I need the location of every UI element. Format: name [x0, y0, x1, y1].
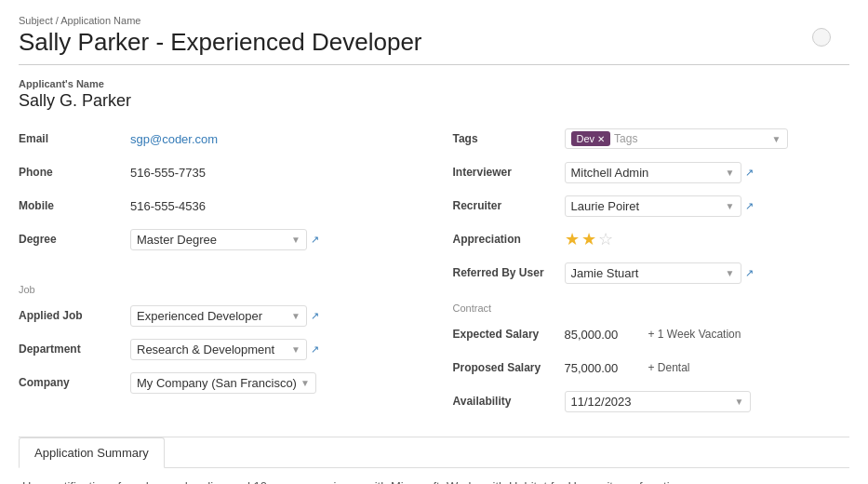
star-1[interactable]: ★	[565, 229, 580, 249]
applicant-name: Sally G. Parker	[19, 91, 849, 111]
department-external-link-icon[interactable]: ↗	[311, 343, 319, 356]
expected-salary-label: Expected Salary	[453, 328, 565, 341]
tabs-row: Application Summary	[19, 437, 849, 468]
tags-placeholder: Tags	[614, 132, 637, 145]
phone-row: Phone 516-555-7735	[19, 159, 416, 185]
applied-job-label: Applied Job	[19, 309, 130, 322]
interviewer-select[interactable]: Mitchell Admin ▼	[565, 162, 741, 183]
degree-value: Master Degree	[137, 233, 217, 247]
mobile-label: Mobile	[19, 199, 130, 212]
proposed-salary-row: Proposed Salary 75,000.00 + Dental	[453, 355, 850, 381]
degree-select[interactable]: Master Degree ▼	[130, 229, 307, 250]
email-row: Email sgp@coder.com	[19, 126, 416, 152]
proposed-salary-value: 75,000.00	[565, 361, 639, 375]
department-dropdown-arrow: ▼	[291, 344, 300, 355]
phone-value: 516-555-7735	[130, 166, 206, 180]
department-row: Department Research & Development ▼ ↗	[19, 336, 416, 362]
referred-by-row: Referred By User Jamie Stuart ▼ ↗	[453, 260, 850, 286]
appreciation-stars[interactable]: ★ ★ ☆	[565, 229, 613, 249]
availability-dropdown-arrow: ▼	[735, 397, 744, 407]
summary-content: Has certifications for advanced coding a…	[19, 468, 849, 484]
referred-by-label: Referred By User	[453, 266, 565, 279]
company-row: Company My Company (San Francisco) ▼	[19, 370, 416, 396]
expected-salary-value: 85,000.00	[565, 328, 639, 342]
recruiter-row: Recruiter Laurie Poiret ▼ ↗	[453, 193, 850, 219]
star-2[interactable]: ★	[581, 229, 596, 249]
degree-row: Degree Master Degree ▼ ↗	[19, 226, 416, 252]
appreciation-label: Appreciation	[453, 233, 565, 246]
applicant-name-label: Applicant's Name	[19, 78, 849, 89]
tag-dev-remove[interactable]: ✕	[597, 134, 605, 144]
job-section-title: Job	[19, 284, 416, 295]
degree-external-link-icon[interactable]: ↗	[311, 234, 319, 246]
star-3[interactable]: ☆	[598, 229, 613, 249]
department-label: Department	[19, 343, 130, 356]
applied-job-dropdown-arrow: ▼	[291, 311, 300, 321]
tab-application-summary[interactable]: Application Summary	[19, 437, 165, 468]
recruiter-select[interactable]: Laurie Poiret ▼	[565, 195, 741, 217]
company-value: My Company (San Francisco)	[137, 376, 297, 390]
recruiter-label: Recruiter	[453, 199, 565, 212]
expected-salary-extra: + 1 Week Vacation	[648, 328, 741, 341]
department-value: Research & Development	[137, 343, 274, 356]
degree-label: Degree	[19, 233, 130, 246]
availability-row: Availability 11/12/2023 ▼	[453, 388, 850, 414]
tags-dropdown-arrow: ▼	[772, 134, 781, 144]
degree-dropdown-arrow: ▼	[291, 235, 300, 245]
availability-select[interactable]: 11/12/2023 ▼	[565, 391, 751, 412]
interviewer-dropdown-arrow: ▼	[726, 168, 735, 178]
interviewer-row: Interviewer Mitchell Admin ▼ ↗	[453, 159, 850, 185]
interviewer-value: Mitchell Admin	[571, 166, 649, 180]
phone-label: Phone	[19, 166, 130, 179]
tag-dev-label: Dev	[577, 133, 595, 144]
applied-job-value: Experienced Developer	[137, 309, 262, 323]
company-select[interactable]: My Company (San Francisco) ▼	[130, 372, 316, 394]
page-title: Sally Parker - Experienced Developer	[19, 28, 849, 65]
mobile-value: 516-555-4536	[130, 199, 206, 213]
tag-dev: Dev ✕	[571, 131, 611, 146]
tabs-section: Application Summary Has certifications f…	[19, 437, 849, 484]
company-label: Company	[19, 376, 130, 389]
options-button[interactable]	[812, 28, 831, 47]
applied-job-row: Applied Job Experienced Developer ▼ ↗	[19, 302, 416, 329]
applied-job-external-link-icon[interactable]: ↗	[311, 310, 319, 322]
recruiter-external-link-icon[interactable]: ↗	[745, 200, 754, 212]
referred-by-value: Jamie Stuart	[571, 266, 639, 280]
proposed-salary-label: Proposed Salary	[453, 361, 565, 374]
expected-salary-row: Expected Salary 85,000.00 + 1 Week Vacat…	[453, 321, 850, 347]
subject-label: Subject / Application Name	[19, 15, 849, 26]
department-select[interactable]: Research & Development ▼	[130, 339, 307, 360]
tags-field[interactable]: Dev ✕ Tags ▼	[565, 128, 788, 149]
applied-job-select[interactable]: Experienced Developer ▼	[130, 305, 307, 327]
referred-by-external-link-icon[interactable]: ↗	[745, 267, 754, 279]
tags-label: Tags	[453, 132, 565, 145]
recruiter-value: Laurie Poiret	[571, 199, 640, 213]
interviewer-label: Interviewer	[453, 166, 565, 179]
interviewer-external-link-icon[interactable]: ↗	[745, 167, 754, 179]
company-dropdown-arrow: ▼	[300, 378, 310, 388]
availability-value: 11/12/2023	[571, 395, 632, 409]
proposed-salary-extra: + Dental	[648, 361, 690, 374]
email-label: Email	[19, 132, 130, 145]
tags-row: Tags Dev ✕ Tags ▼	[453, 126, 850, 152]
recruiter-dropdown-arrow: ▼	[726, 201, 735, 211]
referred-by-dropdown-arrow: ▼	[726, 268, 735, 278]
referred-by-select[interactable]: Jamie Stuart ▼	[565, 262, 741, 284]
contract-section-title: Contract	[453, 302, 850, 314]
email-value: sgp@coder.com	[130, 132, 218, 146]
mobile-row: Mobile 516-555-4536	[19, 193, 416, 219]
availability-label: Availability	[453, 395, 565, 408]
appreciation-row: Appreciation ★ ★ ☆	[453, 226, 850, 252]
